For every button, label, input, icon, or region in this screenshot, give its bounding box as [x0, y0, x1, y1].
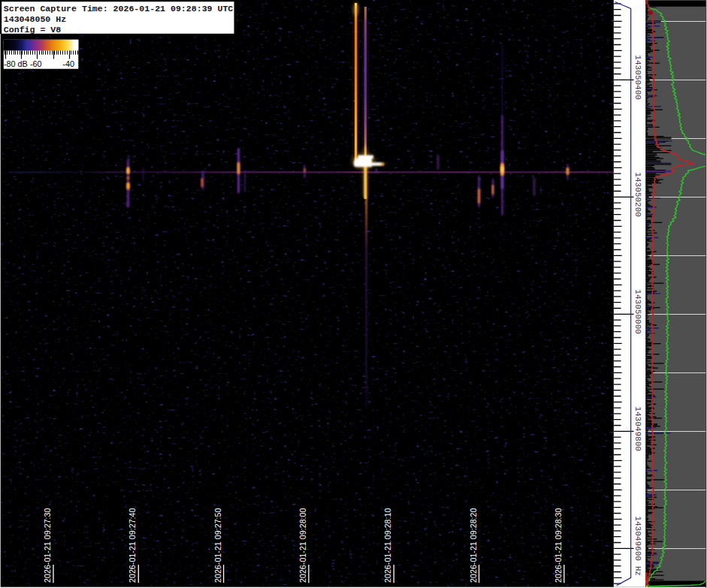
- svg-text:143050200: 143050200: [633, 172, 642, 217]
- svg-text:143048050 Hz: 143048050 Hz: [4, 15, 66, 24]
- svg-text:2026-01-21 09:28:20: 2026-01-21 09:28:20: [469, 508, 478, 583]
- svg-text:2026-01-21 09:28:30: 2026-01-21 09:28:30: [554, 508, 563, 583]
- svg-text:Screen Capture Time: 2026-01-2: Screen Capture Time: 2026-01-21 09:28:39…: [4, 5, 234, 14]
- svg-text:143050000: 143050000: [633, 289, 642, 334]
- svg-text:143050400: 143050400: [633, 55, 642, 100]
- svg-text:2026-01-21 09:28:00: 2026-01-21 09:28:00: [298, 508, 307, 583]
- svg-text:-40: -40: [62, 59, 74, 68]
- svg-text:2026-01-21 09:27:50: 2026-01-21 09:27:50: [213, 508, 222, 583]
- svg-text:143049600 Hz: 143049600 Hz: [633, 516, 642, 576]
- svg-text:143049800: 143049800: [633, 406, 642, 451]
- svg-text:-60: -60: [30, 59, 42, 68]
- svg-text:2026-01-21 09:27:30: 2026-01-21 09:27:30: [43, 508, 52, 583]
- svg-text:2026-01-21 09:28:10: 2026-01-21 09:28:10: [383, 508, 392, 583]
- svg-text:Config = V8: Config = V8: [4, 26, 62, 35]
- svg-text:-80 dB: -80 dB: [4, 59, 28, 68]
- svg-text:2026-01-21 09:27:40: 2026-01-21 09:27:40: [128, 508, 137, 583]
